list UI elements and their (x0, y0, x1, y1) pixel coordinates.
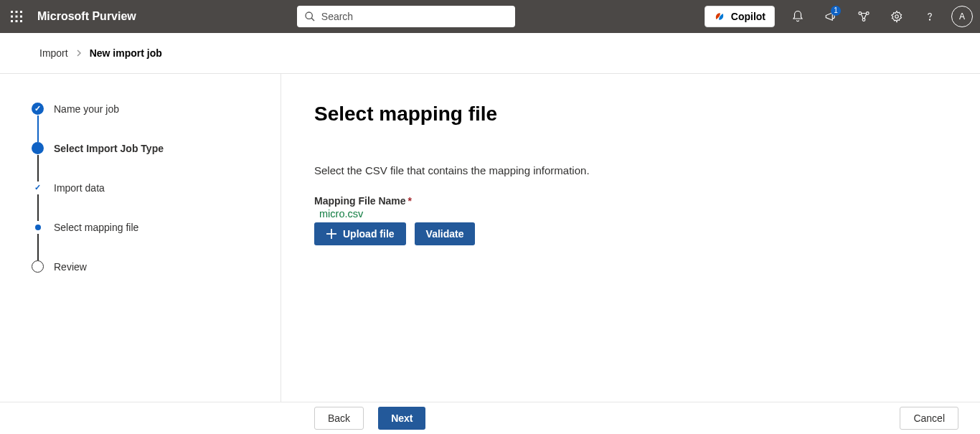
feedback-button[interactable]: 1 (815, 0, 847, 33)
cancel-button[interactable]: Cancel (900, 407, 958, 430)
circle-icon (32, 260, 44, 273)
svg-rect-7 (16, 20, 18, 22)
app-launcher-button[interactable] (0, 0, 33, 33)
plus-icon (326, 228, 337, 240)
help-icon (923, 10, 936, 23)
wizard-steps-sidebar: Name your job Select Import Job Type Imp… (0, 74, 281, 402)
back-button[interactable]: Back (314, 407, 364, 430)
search-placeholder: Search (321, 11, 353, 22)
main-panel: Select mapping file Select the CSV file … (281, 74, 980, 402)
page-title: Select mapping file (314, 103, 980, 126)
svg-rect-1 (16, 11, 18, 13)
svg-rect-6 (11, 20, 13, 22)
bell-icon (791, 10, 804, 23)
step-name-your-job[interactable]: Name your job (32, 103, 281, 142)
step-select-mapping-file[interactable]: Select mapping file (32, 221, 281, 260)
nodes-icon (857, 10, 870, 23)
step-current-icon (32, 142, 44, 154)
svg-rect-5 (20, 16, 22, 18)
search-icon (304, 11, 316, 22)
settings-button[interactable] (881, 0, 913, 33)
copilot-button[interactable]: Copilot (705, 6, 775, 27)
waffle-icon (11, 11, 22, 22)
gear-icon (890, 10, 903, 23)
next-button[interactable]: Next (378, 407, 425, 430)
notifications-button[interactable] (782, 0, 814, 33)
top-bar: Microsoft Purview Search Copilot 1 A (0, 0, 980, 33)
svg-point-13 (862, 19, 865, 22)
page-description: Select the CSV file that contains the ma… (314, 164, 980, 176)
upload-file-button[interactable]: Upload file (314, 222, 406, 245)
breadcrumb-bar: Import New import job (0, 33, 980, 74)
dot-icon (32, 221, 44, 233)
wizard-footer: Back Next Cancel (0, 402, 980, 434)
search-input[interactable]: Search (297, 6, 515, 27)
check-icon (32, 181, 44, 194)
breadcrumb-current: New import job (90, 47, 162, 59)
copilot-icon (714, 11, 725, 22)
user-avatar[interactable]: A (951, 6, 973, 27)
breadcrumb-parent[interactable]: Import (39, 47, 68, 59)
step-review[interactable]: Review (32, 260, 281, 273)
svg-line-10 (311, 18, 314, 21)
help-button[interactable] (914, 0, 946, 33)
svg-rect-4 (16, 16, 18, 18)
svg-rect-0 (11, 11, 13, 13)
connectors-button[interactable] (848, 0, 880, 33)
validate-button[interactable]: Validate (415, 222, 476, 245)
svg-rect-2 (20, 11, 22, 13)
notification-badge: 1 (831, 6, 841, 16)
svg-rect-3 (11, 16, 13, 18)
mapping-file-label: Mapping File Name* (314, 195, 980, 207)
svg-point-9 (306, 12, 312, 19)
chevron-right-icon (75, 49, 83, 57)
svg-point-15 (929, 19, 930, 20)
selected-file-name: micro.csv (319, 208, 980, 220)
svg-rect-8 (20, 20, 22, 22)
step-select-import-job-type[interactable]: Select Import Job Type (32, 142, 281, 181)
step-import-data[interactable]: Import data (32, 181, 281, 221)
check-icon (32, 103, 44, 115)
svg-point-14 (895, 15, 899, 19)
app-title: Microsoft Purview (37, 10, 136, 23)
